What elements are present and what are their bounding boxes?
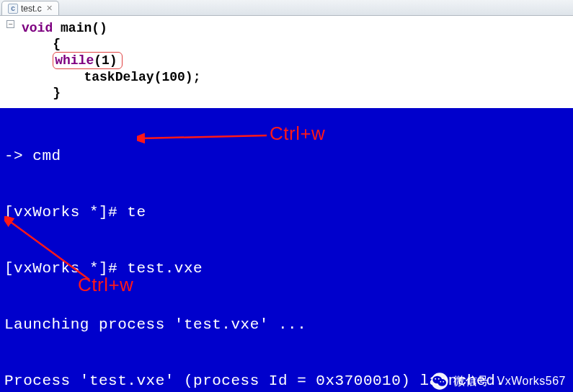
svg-point-7: [440, 381, 442, 383]
annotation-ctrlw-1: Ctrl+w: [270, 124, 325, 143]
term-line-4: Launching process 'test.vxe' ...: [4, 316, 569, 334]
file-tab[interactable]: c test.c ✕: [1, 1, 59, 15]
code-line-3: while(1): [0, 52, 573, 69]
keyword-void: void: [22, 21, 53, 35]
close-icon[interactable]: ✕: [46, 4, 53, 13]
watermark: 微信号:VxWorks567: [430, 372, 566, 391]
keyword-while: while: [55, 53, 94, 68]
tab-filename: test.c: [21, 4, 42, 14]
code-line-4: taskDelay(100);: [0, 69, 573, 85]
fn-call: taskDelay: [84, 70, 154, 84]
function-name: main: [61, 21, 92, 35]
terminal[interactable]: -> cmd [vxWorks *]# te [vxWorks *]# test…: [0, 108, 573, 392]
svg-point-8: [443, 381, 444, 383]
fold-toggle-icon[interactable]: −: [6, 20, 14, 28]
svg-point-4: [438, 379, 447, 386]
watermark-value: VxWorks567: [497, 372, 566, 391]
term-line-1: -> cmd: [4, 147, 569, 166]
tab-bar: c test.c ✕: [0, 0, 573, 16]
svg-point-5: [435, 378, 436, 380]
svg-point-6: [438, 378, 440, 380]
term-line-2: [vxWorks *]# te: [4, 203, 569, 222]
c-file-icon: c: [8, 4, 18, 14]
code-line-2: {: [0, 36, 573, 52]
svg-line-0: [141, 135, 267, 138]
watermark-label: 微信号:: [453, 372, 492, 391]
code-line-5: }: [0, 85, 573, 101]
code-line-1: void main(): [0, 20, 573, 36]
while-highlight: while(1): [53, 52, 122, 69]
term-line-3: [vxWorks *]# test.vxe: [4, 259, 569, 278]
wechat-icon: [430, 372, 449, 391]
code-editor[interactable]: − void main() { while(1) taskDelay(100);…: [0, 16, 573, 108]
